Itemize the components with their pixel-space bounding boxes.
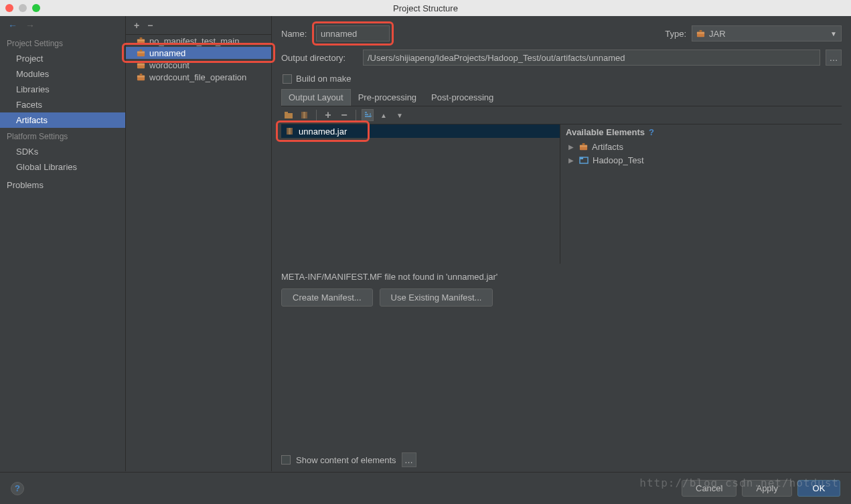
- create-manifest-button[interactable]: Create Manifest...: [281, 288, 373, 307]
- toolbar-separator: [316, 110, 317, 120]
- output-layout-tree: unnamed.jar: [281, 124, 560, 264]
- titlebar: Project Structure: [0, 0, 851, 16]
- move-down-icon[interactable]: ▼: [394, 109, 406, 121]
- svg-rect-5: [140, 49, 143, 51]
- name-input[interactable]: [316, 25, 390, 41]
- available-item-module[interactable]: ▶ Hadoop_Test: [566, 153, 836, 167]
- show-content-options-button[interactable]: …: [402, 452, 416, 467]
- artifact-label: wordcount: [149, 60, 189, 70]
- window-controls: [5, 4, 40, 12]
- output-tree-label: unnamed.jar: [299, 127, 347, 137]
- add-artifact-icon[interactable]: +: [134, 20, 139, 31]
- artifact-label: wordcount_file_operation: [149, 72, 246, 82]
- help-button[interactable]: ?: [11, 482, 24, 495]
- type-value: JAR: [709, 29, 726, 39]
- toolbar-separator: [356, 110, 356, 120]
- settings-sidebar: ← → Project Settings Project Modules Lib…: [0, 16, 126, 471]
- sidebar-item-sdks[interactable]: SDKs: [0, 144, 125, 159]
- nav-forward-icon[interactable]: →: [25, 20, 35, 31]
- available-elements-panel: Available Elements ? ▶ Artifacts ▶ Hadoo…: [560, 124, 842, 264]
- build-on-make-label: Build on make: [296, 74, 351, 84]
- new-folder-icon[interactable]: [283, 109, 295, 121]
- svg-rect-19: [305, 112, 307, 118]
- expand-arrow-icon[interactable]: ▶: [568, 157, 575, 164]
- sidebar-item-modules[interactable]: Modules: [0, 66, 125, 82]
- jar-icon: [137, 73, 145, 82]
- svg-rect-10: [137, 75, 145, 77]
- dialog-footer: ? Cancel Apply OK: [0, 472, 851, 504]
- svg-rect-7: [137, 63, 145, 65]
- minimize-window-button[interactable]: [19, 4, 27, 12]
- artifact-details-panel: Name: Type: JAR ▼ Output directory: … Bu…: [272, 16, 851, 471]
- svg-rect-4: [137, 51, 145, 53]
- svg-rect-13: [697, 31, 704, 33]
- jar-icon: [137, 37, 145, 46]
- type-label: Type:: [665, 29, 686, 39]
- show-content-checkbox[interactable]: [281, 455, 291, 465]
- help-icon[interactable]: ?: [649, 127, 654, 137]
- type-select[interactable]: JAR ▼: [692, 25, 842, 41]
- jar-icon: [137, 61, 145, 70]
- available-item-artifacts[interactable]: ▶ Artifacts: [566, 140, 836, 153]
- window-title: Project Structure: [393, 3, 458, 13]
- svg-rect-11: [140, 73, 143, 75]
- name-label: Name:: [281, 29, 311, 39]
- tab-output-layout[interactable]: Output Layout: [281, 89, 351, 106]
- sidebar-item-libraries[interactable]: Libraries: [0, 82, 125, 97]
- use-existing-manifest-button[interactable]: Use Existing Manifest...: [380, 288, 493, 307]
- svg-rect-21: [289, 128, 291, 135]
- tab-pre-processing[interactable]: Pre-processing: [351, 89, 424, 106]
- svg-rect-27: [580, 157, 583, 159]
- jar-icon: [696, 29, 705, 38]
- artifacts-toolbar: + −: [126, 16, 271, 35]
- svg-rect-1: [137, 39, 145, 41]
- remove-artifact-icon[interactable]: −: [147, 20, 153, 31]
- section-header-platform: Platform Settings: [0, 128, 125, 144]
- jar-icon: [579, 143, 588, 151]
- close-window-button[interactable]: [5, 4, 13, 12]
- name-input-extension[interactable]: [395, 25, 660, 41]
- artifact-item-selected[interactable]: unnamed: [126, 47, 271, 59]
- svg-rect-2: [140, 37, 143, 39]
- browse-button[interactable]: …: [826, 50, 842, 66]
- svg-rect-15: [285, 113, 293, 118]
- tab-post-processing[interactable]: Post-processing: [424, 89, 501, 106]
- artifacts-list-panel: + − no_manifest_test_main unnamed wordco…: [126, 16, 272, 471]
- artifact-label: no_manifest_test_main: [149, 36, 239, 46]
- output-dir-input[interactable]: [363, 50, 820, 66]
- sidebar-item-facets[interactable]: Facets: [0, 97, 125, 112]
- sidebar-item-artifacts[interactable]: Artifacts: [0, 112, 125, 128]
- sort-icon[interactable]: [362, 109, 374, 121]
- svg-rect-8: [140, 61, 143, 63]
- svg-rect-25: [583, 143, 585, 145]
- sidebar-toolbar: ← →: [0, 16, 125, 35]
- remove-icon[interactable]: −: [338, 109, 350, 121]
- add-icon[interactable]: +: [322, 109, 334, 121]
- available-item-label: Artifacts: [592, 142, 623, 152]
- expand-arrow-icon[interactable]: ▶: [568, 143, 575, 151]
- svg-rect-14: [700, 29, 702, 31]
- output-dir-label: Output directory:: [281, 53, 358, 63]
- sidebar-item-global-libraries[interactable]: Global Libraries: [0, 159, 125, 175]
- artifact-item[interactable]: no_manifest_test_main: [126, 35, 271, 47]
- new-archive-icon[interactable]: [299, 109, 311, 121]
- jar-icon: [137, 49, 145, 58]
- svg-rect-24: [580, 145, 587, 147]
- maximize-window-button[interactable]: [32, 4, 40, 12]
- artifact-item[interactable]: wordcount: [126, 59, 271, 71]
- nav-back-icon[interactable]: ←: [8, 20, 17, 31]
- sidebar-item-problems[interactable]: Problems: [0, 175, 125, 193]
- apply-button[interactable]: Apply: [742, 480, 792, 497]
- ok-button[interactable]: OK: [797, 480, 840, 497]
- show-content-label: Show content of elements: [296, 455, 396, 465]
- archive-icon: [285, 127, 295, 136]
- move-up-icon[interactable]: ▲: [378, 109, 390, 121]
- sidebar-item-project[interactable]: Project: [0, 51, 125, 66]
- available-elements-title: Available Elements: [566, 127, 645, 137]
- artifact-item[interactable]: wordcount_file_operation: [126, 71, 271, 83]
- build-on-make-checkbox[interactable]: [283, 74, 292, 84]
- cancel-button[interactable]: Cancel: [682, 480, 737, 497]
- module-icon: [579, 155, 589, 165]
- output-tree-item[interactable]: unnamed.jar: [281, 124, 560, 138]
- layout-toolbar: + − ▲ ▼: [281, 106, 842, 124]
